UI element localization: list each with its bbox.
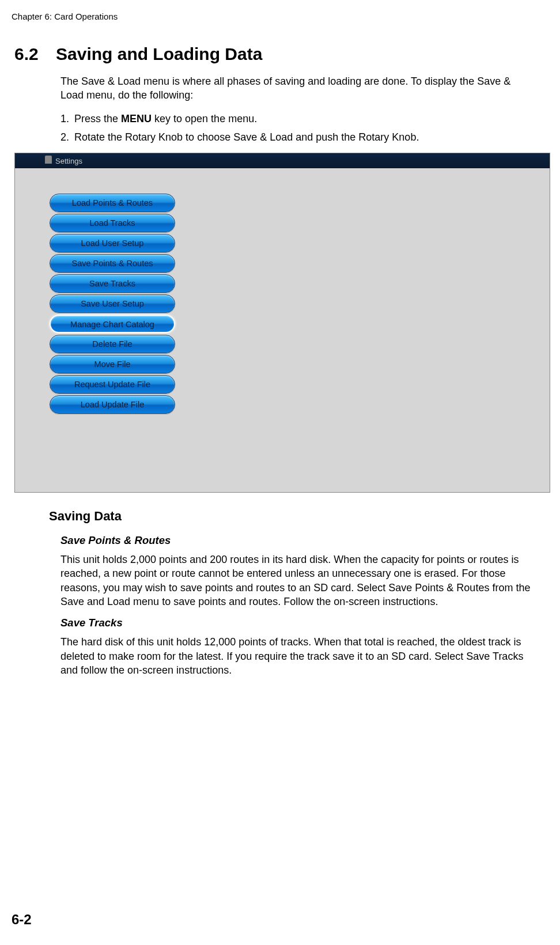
menu-item-load-points-routes[interactable]: Load Points & Routes	[50, 194, 175, 212]
save-points-routes-heading: Save Points & Routes	[60, 534, 531, 547]
ui-topbar: Settings	[15, 153, 550, 168]
step-1: 1.Press the MENU key to open the menu.	[60, 111, 531, 127]
section-title: 6.2Saving and Loading Data	[14, 44, 531, 64]
menu-item-load-tracks[interactable]: Load Tracks	[50, 214, 175, 232]
save-tracks-text: The hard disk of this unit holds 12,000 …	[60, 635, 531, 677]
menu-item-manage-chart-catalog[interactable]: Manage Chart Catalog	[50, 315, 175, 333]
step-text-post: key to open the menu.	[152, 113, 257, 124]
tab-settings[interactable]: Settings	[55, 157, 82, 165]
menu-item-save-tracks[interactable]: Save Tracks	[50, 274, 175, 293]
save-tracks-heading: Save Tracks	[60, 617, 531, 629]
menu-list: Load Points & RoutesLoad TracksLoad User…	[50, 194, 175, 415]
ui-screenshot: Settings Load Points & RoutesLoad Tracks…	[14, 153, 550, 493]
ui-body: Load Points & RoutesLoad TracksLoad User…	[15, 168, 550, 492]
intro-paragraph: The Save & Load menu is where all phases…	[60, 74, 531, 103]
step-text: Rotate the Rotary Knob to choose Save & …	[74, 131, 419, 143]
step-text-bold: MENU	[121, 113, 152, 124]
menu-item-request-update-file[interactable]: Request Update File	[50, 375, 175, 394]
section-heading-text: Saving and Loading Data	[56, 44, 262, 63]
page-number: 6-2	[12, 912, 32, 928]
menu-item-move-file[interactable]: Move File	[50, 355, 175, 373]
step-2: 2.Rotate the Rotary Knob to choose Save …	[60, 129, 531, 146]
step-num: 1.	[60, 111, 74, 127]
step-text-pre: Press the	[74, 113, 121, 124]
menu-item-save-user-setup[interactable]: Save User Setup	[50, 294, 175, 313]
step-list: 1.Press the MENU key to open the menu. 2…	[60, 111, 531, 146]
save-points-routes-text: This unit holds 2,000 points and 200 rou…	[60, 553, 531, 608]
tab-icon	[45, 156, 52, 164]
chapter-header: Chapter 6: Card Operations	[12, 12, 531, 21]
menu-item-delete-file[interactable]: Delete File	[50, 335, 175, 353]
menu-item-load-update-file[interactable]: Load Update File	[50, 395, 175, 414]
menu-item-load-user-setup[interactable]: Load User Setup	[50, 234, 175, 252]
menu-item-save-points-routes[interactable]: Save Points & Routes	[50, 254, 175, 273]
saving-data-heading: Saving Data	[49, 509, 531, 524]
section-number: 6.2	[14, 44, 56, 64]
step-num: 2.	[60, 129, 74, 146]
